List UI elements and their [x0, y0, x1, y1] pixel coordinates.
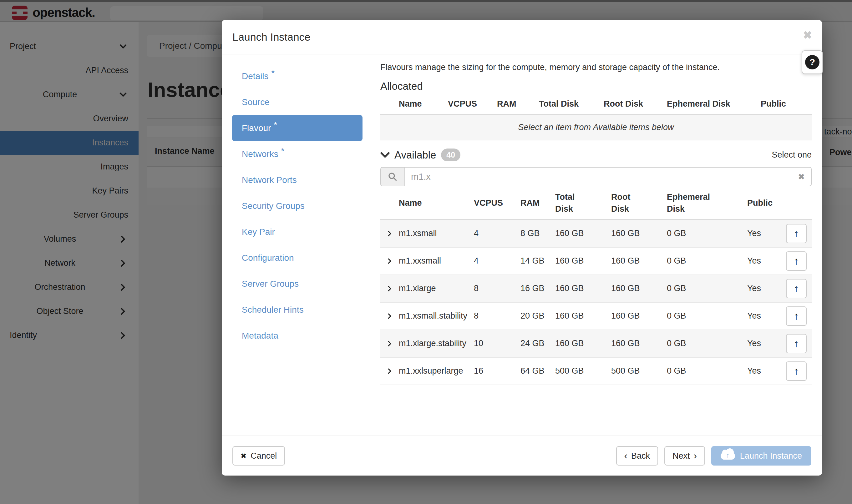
vcpus-cell: 16: [474, 366, 520, 376]
total-disk-cell: 160 GB: [555, 311, 611, 321]
flavor-row-m1-xsmall-stability: m1.xsmall.stability820 GB160 GB160 GB0 G…: [380, 303, 812, 330]
flavor-row-m1-xlarge-stability: m1.xlarge.stability1024 GB160 GB160 GB0 …: [380, 330, 812, 358]
column-header-root-disk: Root Disk: [611, 191, 649, 215]
step-description: Flavours manage the sizing for the compu…: [380, 62, 812, 73]
wizard-tab-label: Security Groups: [242, 201, 305, 211]
vcpus-cell: 8: [474, 284, 520, 293]
wizard-tab-label: Details: [242, 71, 269, 81]
allocate-flavor-button[interactable]: ↑: [786, 306, 806, 326]
launch-instance-button[interactable]: ↑ Launch Instance: [711, 446, 811, 466]
wizard-tab-label: Key Pair: [242, 227, 275, 237]
total-disk-cell: 160 GB: [555, 256, 611, 266]
ephemeral-disk-cell: 0 GB: [667, 256, 747, 266]
wizard-tab-server-groups[interactable]: Server Groups: [232, 271, 362, 297]
wizard-tab-key-pair[interactable]: Key Pair: [232, 219, 362, 245]
column-header-total-disk: Total Disk: [555, 191, 593, 215]
wizard-tab-details[interactable]: Details*: [232, 63, 362, 89]
ram-cell: 8 GB: [520, 229, 555, 238]
expand-row-icon[interactable]: [387, 257, 399, 265]
wizard-tab-label: Flavour: [242, 123, 271, 133]
root-disk-cell: 160 GB: [611, 339, 667, 348]
flavor-name-cell: m1.xsmall.stability: [399, 310, 474, 321]
chevron-down-icon[interactable]: [380, 152, 390, 158]
search-input[interactable]: [405, 167, 792, 186]
flavor-name-cell: m1.xxlsuperlarge: [399, 365, 474, 376]
root-disk-cell: 500 GB: [611, 366, 667, 376]
ram-cell: 20 GB: [520, 311, 555, 321]
next-button[interactable]: Next ›: [664, 446, 705, 466]
allocate-flavor-button[interactable]: ↑: [786, 334, 806, 353]
help-button[interactable]: ?: [802, 50, 823, 74]
ephemeral-disk-cell: 0 GB: [667, 311, 747, 321]
allocate-button-cell: ↑: [786, 279, 807, 298]
wizard-tab-label: Metadata: [242, 331, 278, 341]
allocate-button-cell: ↑: [786, 334, 807, 353]
expand-row-icon[interactable]: [387, 340, 399, 347]
cancel-button[interactable]: ✖ Cancel: [232, 446, 285, 466]
total-disk-cell: 160 GB: [555, 229, 611, 238]
ephemeral-disk-cell: 0 GB: [667, 229, 747, 238]
root-disk-cell: 160 GB: [611, 256, 667, 266]
x-icon: ✖: [241, 452, 247, 460]
vcpus-cell: 4: [474, 256, 520, 266]
allocate-flavor-button[interactable]: ↑: [786, 361, 806, 381]
column-header-root-disk: Root Disk: [604, 99, 667, 109]
wizard-tab-security-groups[interactable]: Security Groups: [232, 193, 362, 219]
flavor-row-m1-xsmall: m1.xsmall48 GB160 GB160 GB0 GBYes↑: [380, 220, 812, 248]
ephemeral-disk-cell: 0 GB: [667, 366, 747, 376]
column-header-total-disk: Total Disk: [539, 99, 604, 109]
expand-row-icon[interactable]: [387, 367, 399, 375]
flavor-name-cell: m1.xlarge.stability: [399, 338, 474, 349]
available-table-rows: m1.xsmall48 GB160 GB160 GB0 GBYes↑m1.xxs…: [380, 219, 812, 385]
public-cell: Yes: [747, 366, 786, 376]
allocated-empty-state: Select an item from Available items belo…: [380, 114, 812, 140]
available-heading: Available: [394, 149, 436, 161]
expand-row-icon[interactable]: [387, 312, 399, 320]
flavor-name-cell: m1.xsmall: [399, 228, 474, 239]
wizard-nav: Details*SourceFlavour*Networks*Network P…: [222, 54, 380, 435]
vcpus-cell: 8: [474, 311, 520, 321]
close-icon[interactable]: ✖: [803, 29, 812, 41]
flavor-search-box: ✖: [380, 167, 812, 186]
wizard-tab-source[interactable]: Source: [232, 89, 362, 115]
allocated-heading: Allocated: [380, 80, 812, 92]
vcpus-cell: 10: [474, 339, 520, 348]
flavor-row-m1-xlarge: m1.xlarge816 GB160 GB160 GB0 GBYes↑: [380, 275, 812, 303]
modal-header: Launch Instance ✖: [222, 20, 822, 54]
expand-row-icon[interactable]: [387, 285, 399, 292]
wizard-tab-metadata[interactable]: Metadata: [232, 323, 362, 348]
wizard-tab-flavour[interactable]: Flavour*: [232, 115, 362, 141]
modal-title: Launch Instance: [232, 31, 310, 43]
expand-row-icon[interactable]: [387, 230, 399, 237]
required-asterisk: *: [274, 120, 277, 130]
allocate-flavor-button[interactable]: ↑: [786, 251, 806, 271]
available-table-header: NameVCPUSRAMTotal DiskRoot DiskEphemeral…: [380, 186, 812, 219]
wizard-tab-label: Configuration: [242, 253, 294, 263]
arrow-up-icon: ↑: [794, 338, 799, 349]
ram-cell: 24 GB: [520, 339, 555, 348]
available-section-bar: Available 40 Select one: [380, 148, 812, 161]
launch-label: Launch Instance: [740, 451, 802, 461]
allocate-flavor-button[interactable]: ↑: [786, 279, 806, 298]
wizard-tab-scheduler-hints[interactable]: Scheduler Hints: [232, 297, 362, 323]
question-mark-icon: ?: [805, 55, 819, 69]
allocated-table-header: NameVCPUSRAMTotal DiskRoot DiskEphemeral…: [380, 92, 812, 114]
allocate-flavor-button[interactable]: ↑: [786, 224, 806, 243]
flavour-step-content: Flavours manage the sizing for the compu…: [380, 54, 822, 435]
select-one-hint: Select one: [771, 150, 812, 160]
column-header-vcpus: VCPUS: [474, 197, 520, 209]
root-disk-cell: 160 GB: [611, 311, 667, 321]
column-header-ram: RAM: [520, 197, 555, 209]
column-header-name: Name: [399, 197, 474, 209]
public-cell: Yes: [747, 339, 786, 348]
wizard-tab-networks[interactable]: Networks*: [232, 141, 362, 167]
back-button[interactable]: ‹ Back: [616, 446, 658, 466]
wizard-tab-configuration[interactable]: Configuration: [232, 245, 362, 271]
clear-search-icon[interactable]: ✖: [792, 167, 811, 186]
wizard-tab-network-ports[interactable]: Network Ports: [232, 167, 362, 193]
allocate-button-cell: ↑: [786, 306, 807, 326]
ephemeral-disk-cell: 0 GB: [667, 284, 747, 293]
cloud-upload-icon: ↑: [721, 452, 735, 460]
public-cell: Yes: [747, 311, 786, 321]
root-disk-cell: 160 GB: [611, 229, 667, 238]
